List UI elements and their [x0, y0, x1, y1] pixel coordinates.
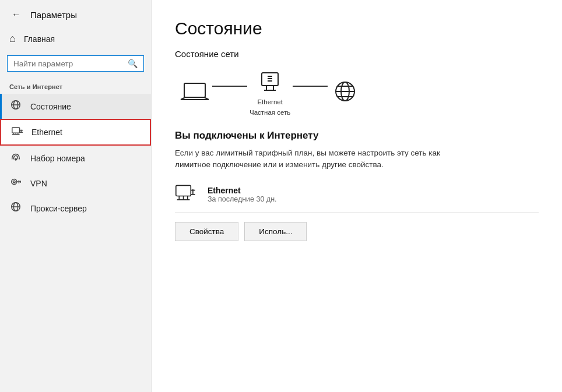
sidebar-item-dialup-label: Набор номера	[30, 154, 85, 163]
ethernet-card-info: Ethernet За последние 30 дн.	[208, 186, 277, 203]
router-label: Ethernet	[257, 98, 282, 105]
sidebar-item-proxy-label: Прокси-сервер	[30, 204, 87, 213]
sidebar-item-ethernet[interactable]: Ethernet	[0, 119, 151, 146]
line-1	[212, 86, 247, 87]
svg-rect-3	[12, 128, 20, 133]
ethernet-card-icon	[175, 183, 198, 204]
sidebar: ← Параметры ⌂ Главная 🔍 Сеть и Интернет …	[0, 0, 152, 392]
active-indicator	[0, 94, 2, 119]
back-button[interactable]: ←	[9, 8, 23, 21]
router-icon	[255, 70, 285, 95]
sidebar-item-status[interactable]: Состояние	[0, 94, 151, 119]
laptop-icon	[180, 81, 210, 105]
home-label: Главная	[24, 34, 55, 44]
action-buttons: Свойства Исполь...	[175, 222, 539, 241]
dialup-icon	[9, 151, 22, 165]
eth-card-icon	[175, 183, 198, 206]
sidebar-item-status-label: Состояние	[30, 102, 71, 111]
ethernet-card-row: Ethernet За последние 30 дн.	[175, 183, 539, 213]
ethernet-card-subtitle: За последние 30 дн.	[208, 195, 277, 203]
svg-rect-37	[176, 185, 191, 196]
search-icon: 🔍	[128, 59, 138, 68]
network-diagram: Ethernet Частная сеть	[180, 70, 539, 116]
ethernet-card-name: Ethernet	[208, 186, 277, 195]
proxy-icon	[9, 202, 22, 215]
main-content: Состояние Состояние сети	[152, 0, 562, 392]
connected-title: Вы подключены к Интернету	[175, 130, 539, 142]
network-status-title: Состояние сети	[175, 49, 539, 59]
router-icon-container: Ethernet Частная сеть	[250, 70, 290, 116]
ethernet-icon	[10, 126, 23, 139]
home-icon: ⌂	[9, 33, 16, 45]
search-box: 🔍	[7, 55, 144, 72]
svg-rect-20	[184, 83, 205, 97]
status-icon	[9, 100, 22, 113]
sidebar-header: ← Параметры	[0, 0, 151, 27]
sidebar-item-dialup[interactable]: Набор номера	[0, 146, 151, 171]
svg-point-11	[15, 158, 17, 160]
globe-icon-container	[330, 81, 360, 105]
svg-point-13	[13, 181, 15, 183]
usage-button[interactable]: Исполь...	[244, 222, 307, 241]
sidebar-item-home[interactable]: ⌂ Главная	[0, 27, 151, 51]
line-2	[293, 86, 328, 87]
section-label: Сеть и Интернет	[0, 79, 151, 94]
sidebar-item-proxy[interactable]: Прокси-сервер	[0, 196, 151, 221]
laptop-icon-container	[180, 81, 210, 105]
search-input[interactable]	[13, 59, 123, 68]
page-title: Состояние	[175, 19, 539, 38]
sidebar-item-vpn[interactable]: VPN	[0, 171, 151, 196]
vpn-icon	[9, 176, 22, 190]
sidebar-title: Параметры	[30, 10, 77, 20]
sidebar-item-ethernet-label: Ethernet	[31, 128, 62, 137]
globe-diagram-icon	[330, 81, 360, 105]
sidebar-item-vpn-label: VPN	[30, 179, 47, 188]
svg-point-12	[12, 179, 17, 184]
private-net-label: Частная сеть	[250, 109, 290, 116]
connected-desc: Если у вас лимитный тарифный план, вы мо…	[175, 147, 455, 171]
properties-button[interactable]: Свойства	[175, 222, 238, 241]
